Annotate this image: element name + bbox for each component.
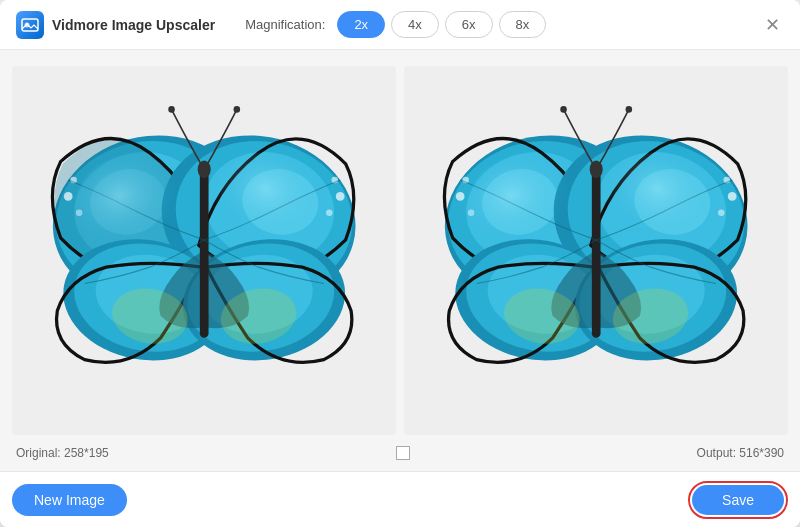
original-image-panel <box>12 66 396 435</box>
magnification-buttons: 2x 4x 6x 8x <box>337 11 546 38</box>
close-button[interactable]: ✕ <box>760 13 784 37</box>
mag-8x-button[interactable]: 8x <box>499 11 547 38</box>
svg-point-25 <box>168 106 175 113</box>
images-row <box>12 66 788 435</box>
titlebar: Vidmore Image Upscaler Magnification: 2x… <box>0 0 800 50</box>
magnification-label: Magnification: <box>245 17 325 32</box>
svg-point-55 <box>625 106 632 113</box>
save-button[interactable]: Save <box>692 485 784 515</box>
mag-4x-button[interactable]: 4x <box>391 11 439 38</box>
original-dimensions: Original: 258*195 <box>16 446 109 460</box>
compare-checkbox[interactable] <box>396 446 410 460</box>
output-butterfly <box>433 94 759 408</box>
svg-rect-23 <box>200 163 209 337</box>
app-logo <box>16 11 44 39</box>
mag-2x-button[interactable]: 2x <box>337 11 385 38</box>
svg-rect-0 <box>22 19 38 31</box>
svg-point-36 <box>456 192 465 201</box>
mag-6x-button[interactable]: 6x <box>445 11 493 38</box>
svg-rect-52 <box>592 163 601 337</box>
svg-point-14 <box>336 192 345 201</box>
svg-point-54 <box>560 106 567 113</box>
main-window: Vidmore Image Upscaler Magnification: 2x… <box>0 0 800 527</box>
bottom-bar: New Image Save <box>0 471 800 527</box>
svg-point-7 <box>64 192 73 201</box>
svg-point-43 <box>728 192 737 201</box>
new-image-button[interactable]: New Image <box>12 484 127 516</box>
content-area: Original: 258*195 Output: 516*390 <box>0 50 800 471</box>
output-image-panel <box>404 66 788 435</box>
original-butterfly <box>41 94 367 408</box>
app-title: Vidmore Image Upscaler <box>52 17 215 33</box>
info-bar: Original: 258*195 Output: 516*390 <box>12 435 788 471</box>
output-dimensions: Output: 516*390 <box>697 446 784 460</box>
svg-point-26 <box>233 106 240 113</box>
save-button-wrapper: Save <box>688 481 788 519</box>
